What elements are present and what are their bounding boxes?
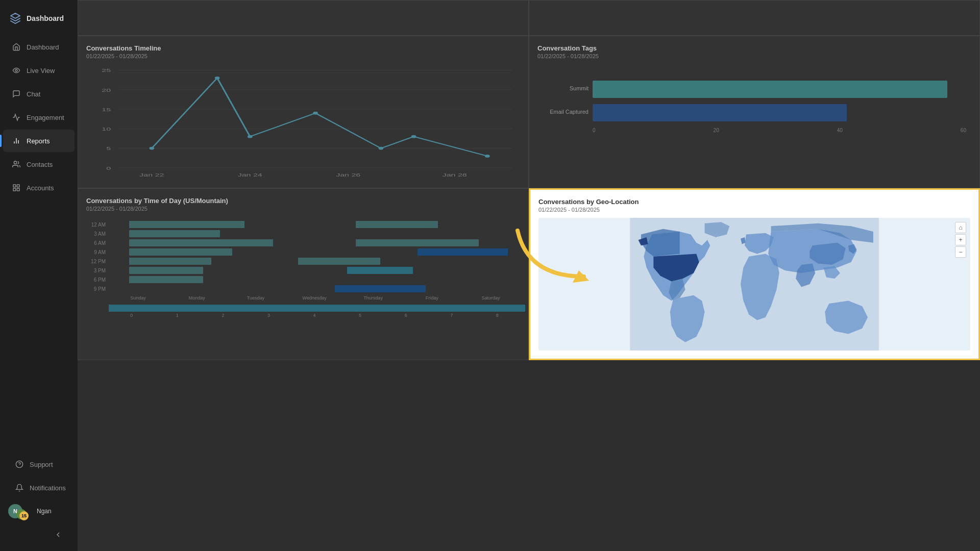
days-row: Sunday Monday Tuesday Wednesday Thursday… (109, 295, 520, 300)
world-map-container: ⌂ + − (538, 218, 970, 350)
world-map-svg (538, 218, 970, 350)
timeline-svg: 25 20 15 10 5 0 Jan 22 Jan 24 Jan 26 Jan… (86, 65, 520, 178)
sidebar-item-engagement[interactable]: Engagement (3, 106, 75, 129)
hbar-track-3am (109, 230, 520, 237)
hbar-seg-12pm-1 (129, 258, 211, 265)
hbar-seg-9pm (335, 285, 425, 292)
svg-point-4 (14, 161, 16, 164)
bar-x-axis: 0 20 40 60 (593, 128, 966, 133)
bottom-x-row: 0 1 2 3 4 5 6 7 8 (109, 313, 520, 318)
top-partial-right (529, 0, 980, 36)
hbar-track-12am (109, 221, 520, 228)
sidebar-item-reports[interactable]: Reports (3, 130, 75, 152)
sidebar-item-accounts[interactable]: Accounts (3, 177, 75, 199)
day-wednesday: Wednesday (285, 295, 344, 300)
tag-track-summit (593, 81, 966, 96)
svg-rect-5 (13, 185, 16, 187)
svg-text:Jan 26: Jan 26 (336, 172, 360, 178)
map-zoom-out-button[interactable]: − (955, 246, 966, 258)
hbar-label-6pm: 6 PM (86, 277, 106, 283)
bar-x-60: 60 (961, 128, 966, 133)
hbar-seg-3pm-2 (347, 267, 413, 274)
map-home-button[interactable]: ⌂ (955, 222, 966, 233)
sidebar-collapse-button[interactable] (6, 523, 71, 546)
tags-title: Conversation Tags (537, 44, 971, 52)
tags-subtitle: 01/22/2025 - 01/28/2025 (537, 53, 971, 59)
hbar-label-9am: 9 AM (86, 249, 106, 255)
tag-label-email: Email Captured (543, 109, 589, 115)
svg-point-29 (248, 135, 253, 138)
support-icon (14, 459, 24, 469)
app-brand-label: Dashboard (27, 14, 64, 22)
hbar-seg-12am-2 (356, 221, 438, 228)
sidebar-bottom: Support Notifications N g 15 Ngan (0, 448, 78, 551)
svg-text:Jan 28: Jan 28 (443, 172, 467, 178)
sidebar-item-support[interactable]: Support (6, 453, 71, 475)
bar-x-20: 20 (714, 128, 719, 133)
home-icon (11, 42, 21, 52)
hbar-track-6am (109, 239, 520, 246)
engagement-icon (11, 112, 21, 122)
svg-point-30 (313, 112, 318, 115)
hbar-label-6am: 6 AM (86, 240, 106, 246)
hbar-seg-6pm (129, 276, 203, 283)
svg-rect-7 (17, 188, 19, 191)
sidebar-item-notifications-label: Notifications (30, 484, 66, 492)
sidebar-item-dashboard[interactable]: Dashboard (3, 36, 75, 58)
hbar-seg-12am-1 (129, 221, 244, 228)
svg-point-31 (379, 147, 384, 150)
charts-wrapper: Conversations Timeline 01/22/2025 - 01/2… (78, 0, 980, 360)
total-bar (109, 305, 525, 312)
hbar-track-9pm (109, 285, 520, 292)
user-avatar-secondary: g 15 (16, 509, 27, 519)
svg-text:Jan 24: Jan 24 (238, 172, 262, 178)
user-profile-row[interactable]: N g 15 Ngan (3, 500, 75, 522)
top-partial-left (78, 0, 529, 36)
svg-rect-6 (17, 185, 19, 187)
hbar-seg-12pm-2 (298, 258, 380, 265)
tag-track-email (593, 104, 966, 119)
geo-location-card: Conversations by Geo-Location 01/22/2025… (529, 188, 980, 360)
day-tuesday: Tuesday (226, 295, 285, 300)
tag-bar-email: Email Captured (543, 104, 966, 119)
reports-icon (11, 136, 21, 146)
chevron-left-icon (53, 530, 63, 540)
hbar-3pm: 3 PM (86, 267, 520, 274)
notification-badge: 15 (19, 511, 29, 520)
sidebar: Dashboard Dashboard Live View Chat (0, 0, 78, 551)
hbar-seg-3pm-1 (129, 267, 203, 274)
sidebar-item-contacts[interactable]: Contacts (3, 153, 75, 176)
hbar-3am: 3 AM (86, 230, 520, 237)
hbar-12am: 12 AM (86, 221, 520, 228)
day-friday: Friday (403, 295, 461, 300)
svg-text:20: 20 (102, 87, 111, 93)
user-avatar-stack: N g 15 (8, 504, 22, 518)
timeline-title: Conversations Timeline (86, 44, 520, 52)
time-title: Conversations by Time of Day (US/Mountai… (86, 197, 520, 205)
username-label: Ngan (37, 508, 52, 515)
geo-title: Conversations by Geo-Location (538, 198, 970, 206)
hbar-label-3am: 3 AM (86, 231, 106, 237)
hbar-track-6pm (109, 276, 520, 283)
day-saturday: Saturday (461, 295, 520, 300)
sidebar-item-live-view[interactable]: Live View (3, 59, 75, 82)
bell-icon (14, 483, 24, 493)
hbar-seg-9am-1 (129, 248, 232, 256)
hbar-seg-6am-2 (356, 239, 479, 246)
tag-label-summit: Summit (543, 85, 589, 91)
hbar-label-3pm: 3 PM (86, 268, 106, 273)
svg-point-0 (15, 69, 17, 71)
sidebar-item-dashboard-label: Dashboard (27, 43, 59, 51)
day-sunday: Sunday (109, 295, 167, 300)
sidebar-item-chat[interactable]: Chat (3, 83, 75, 105)
sidebar-navigation: Dashboard Live View Chat Engagement (0, 36, 78, 448)
sidebar-item-accounts-label: Accounts (27, 184, 54, 192)
sidebar-item-notifications[interactable]: Notifications (6, 477, 71, 499)
timeline-subtitle: 01/22/2025 - 01/28/2025 (86, 53, 520, 59)
map-controls: ⌂ + − (955, 222, 966, 258)
map-zoom-in-button[interactable]: + (955, 234, 966, 245)
svg-text:Jan 22: Jan 22 (139, 172, 164, 178)
bar-x-0: 0 (593, 128, 596, 133)
row-three-charts: Conversations by Time of Day (US/Mountai… (78, 188, 980, 360)
hbar-label-12pm: 12 PM (86, 259, 106, 264)
